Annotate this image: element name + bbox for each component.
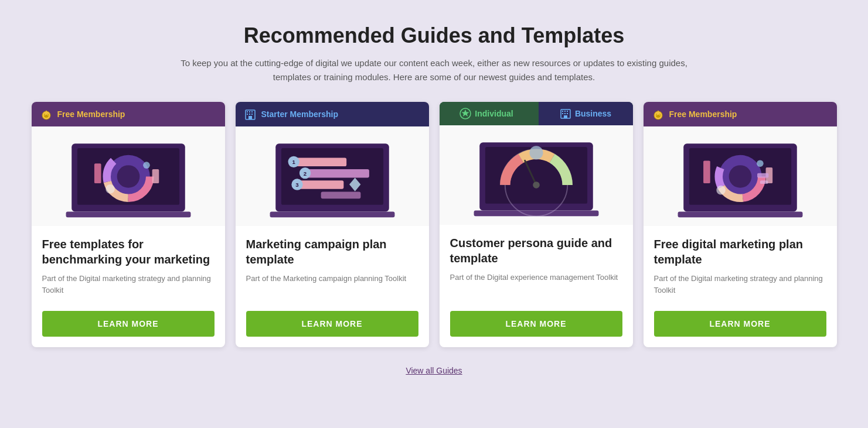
svg-rect-42	[567, 111, 568, 112]
card-3-individual-label: Individual	[475, 109, 513, 118]
card-3-business-tab[interactable]: Business	[539, 102, 633, 125]
view-all-guides-link[interactable]: View all Guides	[406, 366, 462, 375]
page-title: Recommended Guides and Templates	[171, 23, 698, 48]
card-2: Starter Membership 1 2 3	[236, 102, 429, 347]
svg-rect-65	[703, 160, 710, 183]
svg-rect-19	[247, 114, 248, 115]
svg-rect-70	[760, 180, 768, 184]
svg-rect-64	[678, 211, 802, 217]
svg-rect-20	[249, 114, 250, 115]
svg-rect-43	[562, 113, 563, 114]
svg-point-63	[729, 165, 751, 188]
card-1-learn-more-button[interactable]: LEARN MORE	[42, 311, 215, 337]
card-1-membership-label: Free Membership	[57, 109, 125, 119]
svg-point-52	[533, 182, 540, 189]
card-4-footer: LEARN MORE	[644, 304, 837, 347]
building2-icon	[560, 108, 571, 119]
card-4: Free Membership	[644, 102, 837, 347]
svg-rect-21	[251, 114, 253, 115]
card-3-header: Individual Business	[440, 102, 633, 125]
svg-rect-45	[567, 113, 568, 114]
card-3-business-label: Business	[575, 109, 611, 118]
card-3-description: Part of the Digital experience managemen…	[450, 272, 622, 296]
card-4-body: Free digital marketing plan template Par…	[644, 226, 837, 304]
card-1-header: Free Membership	[32, 102, 225, 126]
card-4-header: Free Membership	[644, 102, 837, 126]
svg-rect-11	[94, 163, 101, 183]
medal-icon	[40, 108, 53, 121]
card-3-title: Customer persona guide and template	[450, 235, 622, 266]
card-3: Individual Business	[440, 102, 633, 347]
card-4-membership-label: Free Membership	[669, 109, 737, 119]
svg-rect-25	[270, 211, 394, 217]
medal2-icon	[652, 108, 665, 121]
svg-rect-16	[247, 111, 248, 112]
card-2-header: Starter Membership	[236, 102, 429, 126]
svg-text:2: 2	[303, 170, 306, 177]
card-4-description: Part of the Digital marketing strategy a…	[654, 273, 826, 296]
svg-point-9	[117, 165, 139, 188]
card-3-image	[440, 125, 633, 225]
star-icon	[459, 108, 471, 119]
svg-rect-46	[564, 115, 567, 118]
card-2-membership-label: Starter Membership	[261, 109, 338, 119]
card-2-description: Part of the Marketing campaign planning …	[246, 273, 418, 296]
svg-text:3: 3	[295, 182, 299, 188]
card-4-title: Free digital marketing plan template	[654, 237, 826, 267]
svg-rect-18	[251, 111, 253, 112]
card-2-title: Marketing campaign plan template	[246, 237, 418, 267]
svg-rect-41	[564, 111, 566, 112]
svg-rect-27	[307, 169, 369, 178]
svg-marker-38	[462, 109, 469, 117]
card-1-body: Free templates for benchmarking your mar…	[32, 226, 225, 304]
svg-point-14	[143, 162, 150, 169]
svg-rect-22	[249, 116, 252, 119]
svg-rect-69	[757, 173, 768, 178]
building-icon	[244, 108, 257, 121]
svg-rect-29	[321, 192, 360, 199]
card-4-image	[644, 126, 837, 226]
card-3-footer: LEARN MORE	[440, 304, 633, 347]
svg-rect-17	[249, 111, 250, 112]
card-1-title: Free templates for benchmarking your mar…	[42, 237, 215, 267]
cards-container: Free Membership	[30, 102, 839, 347]
svg-point-13	[105, 184, 114, 193]
card-1: Free Membership	[32, 102, 225, 347]
svg-point-68	[757, 160, 764, 167]
card-1-description: Part of the Digital marketing strategy a…	[42, 273, 215, 296]
svg-text:1: 1	[292, 159, 295, 165]
card-1-footer: LEARN MORE	[32, 304, 225, 347]
card-3-body: Customer persona guide and template Part…	[440, 225, 633, 304]
card-2-learn-more-button[interactable]: LEARN MORE	[246, 311, 418, 337]
svg-rect-10	[66, 211, 190, 217]
svg-rect-12	[152, 169, 159, 183]
svg-rect-28	[298, 180, 343, 189]
page-subtitle: To keep you at the cutting-edge of digit…	[171, 56, 698, 84]
card-2-body: Marketing campaign plan template Part of…	[236, 226, 429, 304]
svg-rect-40	[562, 111, 563, 112]
card-3-individual-tab[interactable]: Individual	[440, 102, 534, 125]
svg-point-53	[529, 146, 543, 159]
svg-rect-44	[564, 113, 566, 114]
card-1-image	[32, 126, 225, 226]
svg-rect-49	[474, 210, 598, 216]
svg-point-67	[716, 186, 725, 194]
svg-rect-26	[295, 158, 346, 167]
card-4-learn-more-button[interactable]: LEARN MORE	[654, 311, 826, 337]
card-3-learn-more-button[interactable]: LEARN MORE	[450, 311, 622, 337]
page-header: Recommended Guides and Templates To keep…	[171, 23, 698, 84]
card-2-image: 1 2 3	[236, 126, 429, 226]
card-2-footer: LEARN MORE	[236, 304, 429, 347]
